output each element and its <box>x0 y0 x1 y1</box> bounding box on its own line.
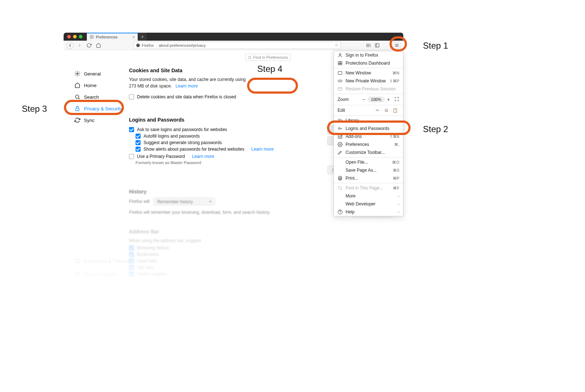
library-icon[interactable] <box>365 42 372 49</box>
step2-label: Step 2 <box>423 124 448 134</box>
forward-button[interactable] <box>76 42 83 49</box>
menu-print[interactable]: Print... ⌘P <box>334 174 403 182</box>
svg-rect-22 <box>338 87 342 90</box>
menu-library[interactable]: Library › <box>334 117 403 124</box>
close-window-icon[interactable] <box>67 35 71 38</box>
ab-bookmarks-checkbox[interactable] <box>129 252 134 257</box>
menu-open-file[interactable]: Open File... ⌘O <box>334 158 403 166</box>
sidebar-item-home[interactable]: Home <box>72 80 125 91</box>
menu-save-page-as[interactable]: Save Page As... ⌘S <box>334 166 403 174</box>
window-controls <box>67 35 82 38</box>
ask-save-logins-checkbox[interactable] <box>129 127 134 132</box>
menu-logins-passwords[interactable]: Logins and Passwords <box>334 124 403 132</box>
sidebar-item-extensions[interactable]: Extensions & Themes <box>72 256 133 266</box>
svg-point-28 <box>338 186 341 189</box>
menu-help[interactable]: Help › <box>334 208 403 216</box>
sidebar-icon[interactable] <box>374 42 381 49</box>
zoom-in-button[interactable]: + <box>385 97 392 102</box>
svg-rect-19 <box>338 64 340 65</box>
svg-point-1 <box>136 44 140 47</box>
autofill-label: Autofill logins and passwords <box>144 134 200 139</box>
cut-button[interactable]: ✂ <box>373 108 382 113</box>
breach-learn-more-link[interactable]: Learn more <box>251 147 274 152</box>
hamburger-menu-button[interactable] <box>393 42 400 49</box>
ab-bookmarks-label: Bookmarks <box>137 252 159 257</box>
menu-sign-in[interactable]: Sign in to Firefox <box>334 51 403 59</box>
svg-point-7 <box>77 73 78 74</box>
formerly-note: Formerly known as Master Password <box>136 160 323 165</box>
sidebar-item-support[interactable]: Firefox Support <box>72 269 133 279</box>
svg-rect-2 <box>375 44 379 47</box>
ab-topsites-label: Top sites <box>137 265 154 270</box>
menu-web-developer[interactable]: Web Developer › <box>334 200 403 208</box>
urlbar-brand: Firefox <box>142 43 154 48</box>
find-in-preferences[interactable]: Find in Preferences <box>245 54 291 61</box>
sidebar-label: Sync <box>84 118 94 123</box>
app-menu: Sign in to Firefox Protections Dashboard… <box>334 51 403 216</box>
sidebar-item-search[interactable]: Search <box>72 91 125 102</box>
firefox-will-label: Firefox will <box>129 199 150 204</box>
menu-restore-session: Restore Previous Session <box>334 85 403 93</box>
sidebar-item-general[interactable]: General <box>72 68 125 79</box>
back-button[interactable] <box>66 42 74 49</box>
url-bar[interactable]: Firefox about:preferences#privacy ☆ <box>133 42 341 49</box>
home-button[interactable] <box>95 42 102 49</box>
menu-new-window[interactable]: New Window ⌘N <box>334 69 403 77</box>
new-tab-button[interactable]: + <box>138 33 146 41</box>
zoom-label: Zoom <box>338 97 360 102</box>
ab-opentabs-checkbox[interactable] <box>129 258 134 264</box>
menu-more[interactable]: More › <box>334 192 403 200</box>
firefox-badge: Firefox <box>136 43 157 48</box>
sidebar-item-privacy-security[interactable]: Privacy & Security <box>72 103 125 114</box>
cookies-learn-more-link[interactable]: Learn more <box>176 83 198 89</box>
ab-searchengines-checkbox[interactable] <box>129 271 134 277</box>
cookies-desc: Your stored cookies, site data, and cach… <box>129 76 249 89</box>
preferences-sidebar: General Home Search Privacy & Security S… <box>64 50 125 290</box>
zoom-percent[interactable]: 100% <box>367 97 385 102</box>
tab-preferences[interactable]: Preferences × <box>87 33 138 41</box>
primary-password-label: Use a Primary Password <box>137 154 185 159</box>
step1-label: Step 1 <box>423 41 448 51</box>
svg-line-29 <box>341 189 342 190</box>
breach-alerts-checkbox[interactable] <box>136 147 141 152</box>
history-desc: Firefox will remember your browsing, dow… <box>129 209 270 216</box>
suggest-passwords-checkbox[interactable] <box>136 140 141 145</box>
ask-save-logins-label: Ask to save logins and passwords for web… <box>137 127 227 132</box>
svg-rect-18 <box>340 61 342 63</box>
sidebar-bottom: Extensions & Themes Firefox Support <box>72 256 133 279</box>
tab-bar: Preferences × + <box>64 33 403 41</box>
menu-preferences[interactable]: Preferences ⌘, <box>334 140 403 148</box>
ab-topsites-checkbox[interactable] <box>129 265 134 270</box>
sidebar-item-sync[interactable]: Sync <box>72 115 125 126</box>
delete-on-close-checkbox[interactable] <box>129 94 134 99</box>
paste-button[interactable]: 📋 <box>391 108 399 113</box>
fullscreen-button[interactable] <box>394 97 399 103</box>
ab-browsing-history-checkbox[interactable] <box>129 245 134 250</box>
history-mode-select[interactable]: Remember history <box>153 197 215 205</box>
bookmark-star-icon[interactable]: ☆ <box>335 43 338 48</box>
step3-label: Step 3 <box>22 104 47 114</box>
reload-button[interactable] <box>85 42 93 49</box>
primary-learn-more-link[interactable]: Learn more <box>192 154 214 159</box>
svg-line-15 <box>251 58 251 59</box>
delete-on-close-label: Delete cookies and site data when Firefo… <box>137 94 236 99</box>
primary-password-checkbox[interactable] <box>129 154 134 159</box>
addressbar-desc: When using the address bar, suggest <box>129 237 392 244</box>
autofill-checkbox[interactable] <box>136 134 141 139</box>
menu-protections-dashboard[interactable]: Protections Dashboard <box>334 59 403 67</box>
breach-alerts-label: Show alerts about passwords for breached… <box>144 147 244 152</box>
menu-add-ons[interactable]: Add-ons ⇧⌘A <box>334 132 403 140</box>
svg-point-0 <box>91 36 92 37</box>
menu-new-private-window[interactable]: New Private Window ⇧⌘P <box>334 77 403 85</box>
svg-point-23 <box>338 128 340 130</box>
menu-customize-toolbar[interactable]: Customize Toolbar... <box>334 148 403 156</box>
maximize-window-icon[interactable] <box>79 35 82 38</box>
minimize-window-icon[interactable] <box>73 35 77 38</box>
search-placeholder: Find in Preferences <box>253 55 288 60</box>
toolbar: Firefox about:preferences#privacy ☆ <box>64 41 403 50</box>
suggest-passwords-label: Suggest and generate strong passwords <box>144 140 222 145</box>
zoom-out-button[interactable]: − <box>360 97 367 102</box>
copy-button[interactable]: ⧉ <box>382 108 391 113</box>
sidebar-label: Search <box>84 94 99 100</box>
close-tab-icon[interactable]: × <box>133 35 135 39</box>
